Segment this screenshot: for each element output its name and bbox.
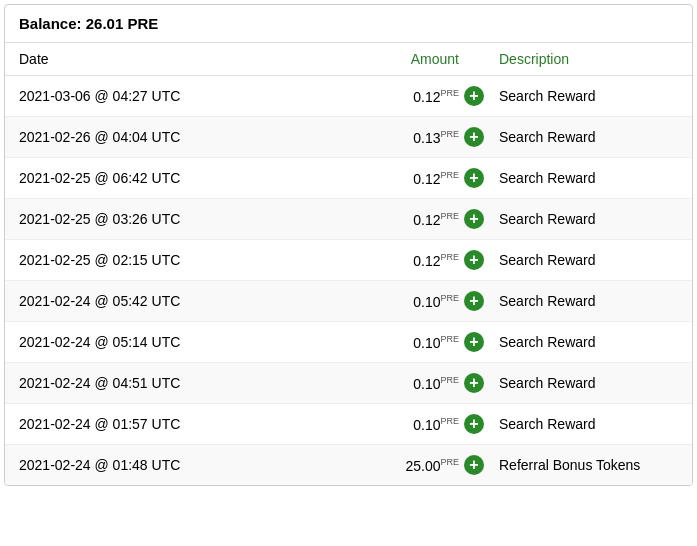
row-plus-icon: + [459, 455, 489, 475]
row-unit: PRE [440, 457, 459, 467]
row-description: Search Reward [489, 170, 678, 186]
row-unit: PRE [440, 88, 459, 98]
table-row: 2021-02-25 @ 02:15 UTC 0.12PRE + Search … [5, 240, 692, 281]
table-row: 2021-02-24 @ 01:57 UTC 0.10PRE + Search … [5, 404, 692, 445]
row-amount: 0.10PRE [299, 416, 459, 433]
row-date: 2021-02-24 @ 05:14 UTC [19, 334, 299, 350]
rows-container: 2021-03-06 @ 04:27 UTC 0.12PRE + Search … [5, 76, 692, 485]
row-description: Search Reward [489, 293, 678, 309]
row-unit: PRE [440, 211, 459, 221]
row-amount: 0.13PRE [299, 129, 459, 146]
plus-circle-icon: + [464, 373, 484, 393]
row-date: 2021-02-25 @ 02:15 UTC [19, 252, 299, 268]
row-date: 2021-03-06 @ 04:27 UTC [19, 88, 299, 104]
row-amount: 0.10PRE [299, 293, 459, 310]
row-description: Search Reward [489, 211, 678, 227]
row-amount: 0.10PRE [299, 334, 459, 351]
plus-circle-icon: + [464, 455, 484, 475]
row-description: Search Reward [489, 88, 678, 104]
row-plus-icon: + [459, 414, 489, 434]
row-amount: 0.12PRE [299, 252, 459, 269]
plus-circle-icon: + [464, 86, 484, 106]
row-unit: PRE [440, 252, 459, 262]
row-amount: 0.12PRE [299, 211, 459, 228]
table-row: 2021-02-24 @ 04:51 UTC 0.10PRE + Search … [5, 363, 692, 404]
row-unit: PRE [440, 375, 459, 385]
header-amount: Amount [299, 51, 459, 67]
row-description: Search Reward [489, 129, 678, 145]
row-description: Search Reward [489, 252, 678, 268]
balance-label: Balance: 26.01 PRE [19, 15, 158, 32]
row-unit: PRE [440, 334, 459, 344]
header-description: Description [489, 51, 678, 67]
row-unit: PRE [440, 129, 459, 139]
row-unit: PRE [440, 170, 459, 180]
table-row: 2021-02-24 @ 05:14 UTC 0.10PRE + Search … [5, 322, 692, 363]
row-plus-icon: + [459, 332, 489, 352]
table-row: 2021-03-06 @ 04:27 UTC 0.12PRE + Search … [5, 76, 692, 117]
plus-circle-icon: + [464, 250, 484, 270]
plus-circle-icon: + [464, 168, 484, 188]
table-row: 2021-02-25 @ 03:26 UTC 0.12PRE + Search … [5, 199, 692, 240]
row-plus-icon: + [459, 291, 489, 311]
header-icon-spacer [459, 51, 489, 67]
table-row: 2021-02-24 @ 01:48 UTC 25.00PRE + Referr… [5, 445, 692, 485]
row-amount: 0.10PRE [299, 375, 459, 392]
row-plus-icon: + [459, 168, 489, 188]
row-plus-icon: + [459, 250, 489, 270]
balance-header: Balance: 26.01 PRE [5, 5, 692, 43]
row-description: Search Reward [489, 334, 678, 350]
row-date: 2021-02-24 @ 04:51 UTC [19, 375, 299, 391]
plus-circle-icon: + [464, 127, 484, 147]
transactions-container: Balance: 26.01 PRE Date Amount Descripti… [4, 4, 693, 486]
row-amount: 0.12PRE [299, 88, 459, 105]
row-plus-icon: + [459, 209, 489, 229]
row-amount: 0.12PRE [299, 170, 459, 187]
row-date: 2021-02-25 @ 03:26 UTC [19, 211, 299, 227]
plus-circle-icon: + [464, 414, 484, 434]
table-header: Date Amount Description [5, 43, 692, 76]
row-date: 2021-02-25 @ 06:42 UTC [19, 170, 299, 186]
plus-circle-icon: + [464, 209, 484, 229]
row-description: Search Reward [489, 416, 678, 432]
row-plus-icon: + [459, 127, 489, 147]
row-amount: 25.00PRE [299, 457, 459, 474]
row-plus-icon: + [459, 86, 489, 106]
row-date: 2021-02-26 @ 04:04 UTC [19, 129, 299, 145]
plus-circle-icon: + [464, 291, 484, 311]
row-date: 2021-02-24 @ 01:57 UTC [19, 416, 299, 432]
row-unit: PRE [440, 293, 459, 303]
row-description: Referral Bonus Tokens [489, 457, 678, 473]
row-description: Search Reward [489, 375, 678, 391]
table-row: 2021-02-26 @ 04:04 UTC 0.13PRE + Search … [5, 117, 692, 158]
row-unit: PRE [440, 416, 459, 426]
table-row: 2021-02-24 @ 05:42 UTC 0.10PRE + Search … [5, 281, 692, 322]
row-date: 2021-02-24 @ 01:48 UTC [19, 457, 299, 473]
row-date: 2021-02-24 @ 05:42 UTC [19, 293, 299, 309]
plus-circle-icon: + [464, 332, 484, 352]
row-plus-icon: + [459, 373, 489, 393]
header-date: Date [19, 51, 299, 67]
table-row: 2021-02-25 @ 06:42 UTC 0.12PRE + Search … [5, 158, 692, 199]
